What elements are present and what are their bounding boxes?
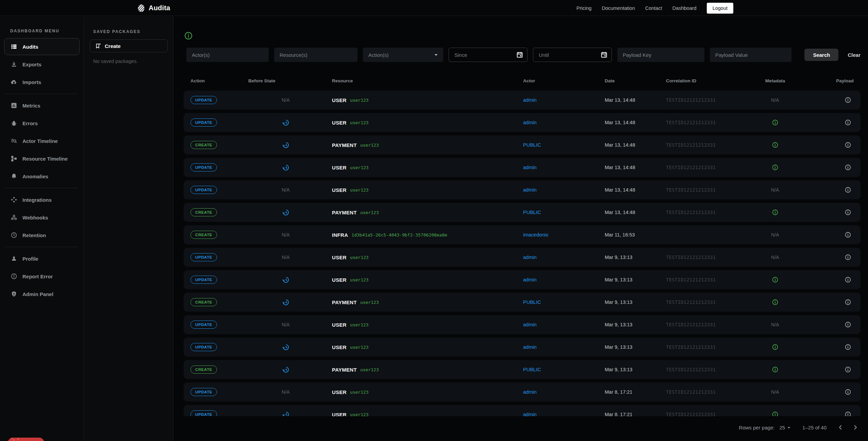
metadata-info-icon[interactable]: [772, 276, 779, 283]
payload-info-icon[interactable]: [845, 321, 851, 328]
payload-info-icon[interactable]: [845, 164, 851, 171]
metadata-info-icon[interactable]: [772, 209, 779, 216]
filters-info-icon[interactable]: [184, 31, 193, 40]
clear-button[interactable]: Clear: [848, 52, 861, 58]
actions-select[interactable]: Action(s): [363, 48, 443, 62]
table-row: UPDATE USER user123 admin Mar 13, 14:48 …: [184, 113, 861, 132]
payload-info-icon[interactable]: [845, 299, 851, 306]
actor-link[interactable]: admin: [523, 120, 537, 125]
metadata-cell: [744, 164, 806, 171]
sidebar-item-label: Exports: [22, 62, 41, 67]
actor-link[interactable]: admin: [523, 412, 537, 416]
rows-per-page-select[interactable]: 25: [779, 424, 792, 431]
action-chip: UPDATE: [190, 321, 217, 329]
resource-id: user123: [350, 322, 369, 327]
sidebar-item-exports[interactable]: Exports: [4, 56, 80, 73]
actor-link[interactable]: PUBLIC: [523, 142, 541, 148]
before-state-na: N/A: [282, 97, 289, 103]
sidebar-item-retention[interactable]: Retention: [4, 227, 80, 244]
nav-link-documentation[interactable]: Documentation: [602, 5, 635, 11]
before-state-cell: N/A: [241, 187, 330, 193]
search-button[interactable]: Search: [804, 49, 838, 61]
actor-link[interactable]: admin: [523, 277, 537, 282]
actor-link[interactable]: admin: [523, 97, 537, 103]
sidebar-item-report-error[interactable]: Report Error: [4, 268, 80, 285]
since-input[interactable]: [450, 52, 516, 58]
sidebar-item-imports[interactable]: Imports: [4, 74, 80, 91]
payload-info-icon[interactable]: [845, 119, 851, 126]
sidebar-item-resource-timeline[interactable]: Resource Timeline: [4, 150, 80, 167]
actor-filter-input[interactable]: [186, 48, 269, 62]
resource-filter-input[interactable]: [274, 48, 357, 62]
metadata-info-icon[interactable]: [772, 411, 779, 416]
previous-page-button[interactable]: [835, 422, 846, 432]
webhook-icon: [11, 214, 17, 221]
table-row: UPDATE N/A USER user123 admin Mar 9, 13:…: [184, 315, 861, 334]
sidebar-item-webhooks[interactable]: Webhooks: [4, 209, 80, 226]
before-state-history-icon[interactable]: [282, 164, 290, 172]
logout-button[interactable]: Logout: [707, 3, 733, 14]
metadata-info-icon[interactable]: [772, 366, 779, 373]
payload-info-icon[interactable]: [845, 411, 851, 416]
before-state-history-icon[interactable]: [282, 119, 290, 127]
since-calendar-icon[interactable]: [516, 51, 523, 59]
sidebar-item-integrations[interactable]: Integrations: [4, 191, 80, 208]
sidebar-item-anomalies[interactable]: Anomalies: [4, 168, 80, 185]
actor-link[interactable]: admin: [523, 187, 537, 193]
actor-link[interactable]: admin: [523, 389, 537, 395]
before-state-history-icon[interactable]: [282, 343, 290, 351]
create-package-button[interactable]: Create: [90, 39, 168, 52]
before-state-history-icon[interactable]: [282, 298, 290, 306]
payload-info-icon[interactable]: [845, 186, 851, 193]
before-state-history-icon[interactable]: [282, 209, 290, 216]
metadata-info-icon[interactable]: [772, 142, 779, 148]
actor-link[interactable]: admin: [523, 255, 537, 260]
payload-info-icon[interactable]: [845, 231, 851, 238]
payload-info-icon[interactable]: [845, 344, 851, 350]
nav-link-pricing[interactable]: Pricing: [577, 5, 591, 11]
nav-link-dashboard[interactable]: Dashboard: [672, 5, 697, 11]
floating-report-button[interactable]: [8, 438, 44, 441]
before-state-cell: N/A: [241, 232, 330, 238]
before-state-history-icon[interactable]: [282, 411, 290, 416]
sidebar-item-label: Anomalies: [22, 174, 48, 179]
actor-link[interactable]: PUBLIC: [523, 210, 541, 215]
before-state-history-icon[interactable]: [282, 276, 290, 284]
actor-link[interactable]: PUBLIC: [523, 367, 541, 372]
until-calendar-icon[interactable]: [600, 51, 608, 59]
sidebar-item-metrics[interactable]: Metrics: [4, 97, 80, 114]
action-chip: UPDATE: [190, 186, 217, 194]
actor-link[interactable]: admin: [523, 322, 537, 327]
before-state-history-icon[interactable]: [282, 366, 290, 374]
actor-link[interactable]: admin: [523, 344, 537, 350]
payload-info-icon[interactable]: [845, 366, 851, 373]
payload-info-icon[interactable]: [845, 142, 851, 148]
payload-info-icon[interactable]: [845, 254, 851, 261]
actor-link[interactable]: PUBLIC: [523, 299, 541, 305]
metadata-info-icon[interactable]: [772, 299, 779, 306]
nav-link-contact[interactable]: Contact: [645, 5, 662, 11]
sidebar-item-admin-panel[interactable]: Admin Panel: [4, 285, 80, 303]
metadata-info-icon[interactable]: [772, 344, 779, 350]
sidebar-item-errors[interactable]: Errors: [4, 115, 80, 132]
payload-info-icon[interactable]: [845, 209, 851, 216]
next-page-button[interactable]: [850, 422, 861, 432]
column-header-resource: Resource: [330, 78, 516, 83]
until-date-field: [533, 48, 612, 62]
sidebar-item-actor-timeline[interactable]: Actor Timeline: [4, 132, 80, 149]
metadata-info-icon[interactable]: [772, 119, 779, 126]
payload-info-icon[interactable]: [845, 389, 851, 395]
payload-key-input[interactable]: [617, 48, 704, 62]
payload-info-icon[interactable]: [845, 276, 851, 283]
actor-link[interactable]: imacedonio: [523, 232, 548, 238]
sidebar-item-audits[interactable]: Audits: [4, 38, 80, 55]
sidebar-item-profile[interactable]: Profile: [4, 250, 80, 267]
until-input[interactable]: [534, 52, 600, 58]
payload-info-icon[interactable]: [845, 97, 851, 103]
metadata-info-icon[interactable]: [772, 164, 779, 171]
before-state-cell: [241, 298, 330, 306]
before-state-history-icon[interactable]: [282, 141, 290, 149]
actor-link[interactable]: admin: [523, 165, 537, 170]
payload-value-input[interactable]: [710, 48, 791, 62]
column-header-actor: Actor: [516, 78, 598, 83]
